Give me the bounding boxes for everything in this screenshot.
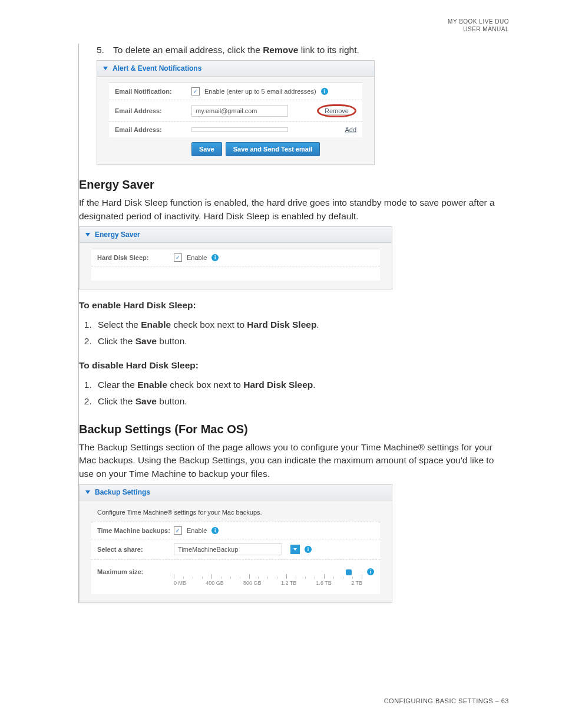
panel-title: Backup Settings [95,488,150,496]
maximum-size-label: Maximum size: [97,568,174,575]
disable-steps: Clear the Enable check box next to Hard … [79,377,509,410]
backup-settings-panel: Backup Settings Configure Time Machine® … [79,484,392,603]
energy-saver-heading: Energy Saver [79,178,509,192]
remove-highlight: Remove [317,104,356,117]
list-item: Click the Save button. [94,333,509,350]
alert-notifications-panel: Alert & Event Notifications Email Notifi… [97,60,375,165]
save-send-test-button[interactable]: Save and Send Test email [226,142,320,156]
step-5: 5. To delete an email address, click the… [97,44,509,57]
backup-settings-heading: Backup Settings (For Mac OS) [79,423,509,436]
dropdown-icon[interactable] [290,545,300,554]
panel-title: Energy Saver [95,230,140,239]
slider-labels: 0 MB 400 GB 800 GB 1.2 TB 1.6 TB 2 TB [174,580,362,586]
panel-header[interactable]: Backup Settings [80,485,392,500]
list-item: Click the Save button. [94,393,509,410]
email-address-label: Email Address: [115,107,191,114]
list-item: Clear the Enable check box next to Hard … [94,377,509,393]
chevron-down-icon [85,233,90,236]
enable-text: Enable [187,254,207,261]
email-notification-label: Email Notification: [115,88,191,95]
enable-text: Enable [187,527,207,534]
info-icon[interactable]: i [305,546,312,553]
save-button[interactable]: Save [191,142,222,156]
select-share-label: Select a share: [97,546,174,553]
step-text: To delete an email address, click the Re… [113,44,359,57]
step-number: 5. [97,44,113,57]
info-icon[interactable]: i [211,254,219,261]
chevron-down-icon [85,490,90,494]
backup-description: Configure Time Machine® settings for you… [91,506,380,522]
page-header: MY BOOK LIVE DUO USER MANUAL [53,18,509,33]
email-address-label-2: Email Address: [115,126,191,133]
remove-link[interactable]: Remove [325,107,349,114]
add-link[interactable]: Add [345,126,356,133]
header-line2: USER MANUAL [53,25,509,33]
enable-hds-subhead: To enable Hard Disk Sleep: [79,300,509,311]
info-icon[interactable]: i [211,527,219,534]
email-notification-checkbox[interactable]: ✓ [191,87,200,95]
page-footer: CONFIGURING BASIC SETTINGS – 63 [384,697,509,704]
time-machine-checkbox[interactable]: ✓ [174,526,182,535]
slider-handle[interactable] [346,569,352,575]
email-address-input-2[interactable] [191,127,288,132]
disable-hds-subhead: To disable Hard Disk Sleep: [79,360,509,371]
enable-steps: Select the Enable check box next to Hard… [79,317,509,350]
maximum-size-slider[interactable]: 0 MB 400 GB 800 GB 1.2 TB 1.6 TB 2 TB [174,568,362,586]
select-share-dropdown[interactable]: TimeMachineBackup [174,543,282,555]
enable-text: Enable (enter up to 5 email addresses) [204,88,316,95]
chevron-down-icon [103,67,108,70]
energy-saver-paragraph: If the Hard Disk Sleep function is enabl… [79,196,509,223]
panel-header[interactable]: Alert & Event Notifications [97,61,374,77]
hard-disk-sleep-checkbox[interactable]: ✓ [174,253,182,262]
time-machine-label: Time Machine backups: [97,527,174,534]
info-icon[interactable]: i [367,568,374,575]
list-item: Select the Enable check box next to Hard… [94,317,509,333]
backup-settings-paragraph: The Backup Settings section of the page … [79,441,509,480]
header-line1: MY BOOK LIVE DUO [53,18,509,25]
panel-title: Alert & Event Notifications [113,64,201,73]
panel-header[interactable]: Energy Saver [80,227,392,243]
hard-disk-sleep-label: Hard Disk Sleep: [97,254,174,261]
energy-saver-panel: Energy Saver Hard Disk Sleep: ✓ Enable i [79,226,392,289]
info-icon[interactable]: i [321,88,328,95]
email-address-input[interactable]: my.email@gmail.com [191,105,288,117]
